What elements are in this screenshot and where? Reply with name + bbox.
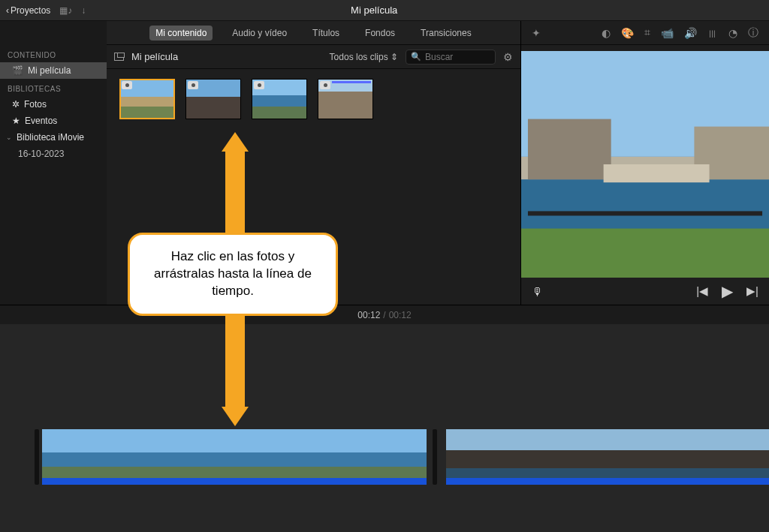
tab-audio-video[interactable]: Audio y vídeo bbox=[226, 26, 293, 41]
project-title: Mi película bbox=[86, 5, 662, 16]
sidebar-section-libraries: BIBLIOTECAS bbox=[0, 79, 107, 96]
media-grid bbox=[107, 69, 520, 129]
browser-tabs: Mi contenido Audio y vídeo Títulos Fondo… bbox=[107, 21, 520, 45]
library-view-icon[interactable]: ▦♪ bbox=[59, 5, 72, 16]
time-display: 00:12 / 00:12 bbox=[0, 305, 769, 324]
search-field[interactable]: 🔍 bbox=[406, 50, 496, 65]
sidebar-item-label: 16-10-2023 bbox=[18, 149, 64, 159]
media-title: Mi película bbox=[131, 51, 178, 62]
filter-label: Todos los clips bbox=[330, 52, 388, 62]
titlebar: ‹ Proyectos ▦♪ ↓ Mi película bbox=[0, 0, 769, 21]
speed-icon[interactable]: ◔ bbox=[728, 27, 737, 39]
timeline[interactable] bbox=[0, 324, 769, 532]
inspector-toolbar: ✦ ◐ 🎨 ⌗ 📹 🔊 ⫼ ◔ ⓘ bbox=[521, 21, 769, 45]
sidebar-item-date-event[interactable]: 16-10-2023 bbox=[0, 146, 107, 162]
sidebar-item-photos[interactable]: ✲ Fotos bbox=[0, 96, 107, 113]
back-chevron-icon: ‹ bbox=[6, 5, 9, 16]
tab-transitions[interactable]: Transiciones bbox=[415, 26, 478, 41]
tab-my-content[interactable]: Mi contenido bbox=[149, 26, 213, 41]
sidebar: CONTENIDO 🎬 Mi película BIBLIOTECAS ✲ Fo… bbox=[0, 21, 107, 305]
clip-filter-dropdown[interactable]: Todos los clips ⇕ bbox=[330, 52, 398, 62]
sidebar-item-label: Biblioteca iMovie bbox=[17, 132, 84, 143]
timeline-clip-2[interactable] bbox=[446, 429, 769, 485]
total-time: 00:12 bbox=[389, 310, 412, 320]
list-view-toggle-icon[interactable] bbox=[114, 53, 124, 61]
photos-icon: ✲ bbox=[12, 99, 20, 110]
playback-controls: 🎙 |◀ ▶ ▶| bbox=[521, 278, 769, 305]
tab-backgrounds[interactable]: Fondos bbox=[359, 26, 401, 41]
camera-icon bbox=[254, 81, 264, 89]
play-button[interactable]: ▶ bbox=[722, 282, 733, 300]
next-frame-button[interactable]: ▶| bbox=[746, 284, 758, 298]
preview-viewer[interactable] bbox=[521, 51, 769, 278]
prev-frame-button[interactable]: |◀ bbox=[696, 284, 708, 298]
clapper-icon: 🎬 bbox=[12, 65, 23, 76]
preview-image bbox=[521, 51, 769, 278]
search-input[interactable] bbox=[425, 52, 490, 62]
camera-icon bbox=[320, 81, 330, 89]
star-icon: ★ bbox=[12, 116, 20, 126]
sidebar-item-label: Mi película bbox=[28, 65, 71, 76]
search-icon: 🔍 bbox=[411, 52, 421, 62]
info-icon[interactable]: ⓘ bbox=[748, 26, 758, 40]
current-time: 00:12 bbox=[357, 310, 380, 320]
tab-titles[interactable]: Títulos bbox=[306, 26, 345, 41]
clip-gap-marker[interactable] bbox=[433, 429, 437, 485]
voiceover-mic-icon[interactable]: 🎙 bbox=[532, 285, 543, 298]
chevron-down-icon: ⌄ bbox=[6, 134, 12, 141]
media-thumb-3[interactable] bbox=[252, 80, 306, 119]
callout-arrow-up bbox=[225, 149, 245, 234]
svg-rect-2 bbox=[521, 179, 769, 232]
noise-equalizer-icon[interactable]: ⫼ bbox=[707, 27, 718, 39]
time-separator: / bbox=[383, 310, 385, 320]
media-toolbar: Mi película Todos los clips ⇕ 🔍 ⚙ bbox=[107, 45, 520, 69]
sidebar-section-content: CONTENIDO bbox=[0, 45, 107, 62]
sidebar-item-label: Eventos bbox=[25, 116, 57, 126]
sidebar-item-imovie-library[interactable]: ⌄ Biblioteca iMovie bbox=[0, 129, 107, 146]
stabilization-icon[interactable]: 📹 bbox=[661, 27, 674, 39]
instruction-callout: Haz clic en las fotos y arrástralas hast… bbox=[128, 233, 338, 316]
media-thumb-4[interactable] bbox=[318, 80, 372, 119]
crop-icon[interactable]: ⌗ bbox=[644, 26, 650, 39]
color-correction-icon[interactable]: 🎨 bbox=[621, 27, 634, 39]
sidebar-item-events[interactable]: ★ Eventos bbox=[0, 113, 107, 129]
svg-rect-4 bbox=[528, 119, 611, 180]
settings-gear-icon[interactable]: ⚙ bbox=[503, 51, 513, 63]
svg-rect-6 bbox=[604, 164, 710, 182]
sidebar-item-label: Fotos bbox=[24, 99, 47, 110]
callout-arrow-down bbox=[225, 303, 245, 410]
updown-icon: ⇕ bbox=[391, 52, 398, 62]
back-label: Proyectos bbox=[11, 5, 50, 16]
color-balance-icon[interactable]: ◐ bbox=[602, 27, 611, 39]
svg-rect-7 bbox=[528, 211, 762, 215]
media-thumb-2[interactable] bbox=[186, 80, 240, 119]
clip-start-marker[interactable] bbox=[35, 429, 39, 485]
camera-icon bbox=[188, 81, 198, 89]
svg-rect-3 bbox=[521, 229, 769, 278]
used-indicator bbox=[332, 81, 371, 83]
media-thumb-1[interactable] bbox=[120, 80, 174, 119]
camera-icon bbox=[122, 81, 132, 89]
timeline-clip-1[interactable] bbox=[42, 429, 427, 485]
callout-text: Haz clic en las fotos y arrástralas hast… bbox=[154, 249, 312, 298]
sidebar-item-my-movie[interactable]: 🎬 Mi película bbox=[0, 62, 107, 79]
magic-wand-icon[interactable]: ✦ bbox=[532, 27, 541, 39]
volume-icon[interactable]: 🔊 bbox=[684, 27, 697, 39]
back-to-projects-button[interactable]: ‹ Proyectos bbox=[6, 5, 50, 16]
